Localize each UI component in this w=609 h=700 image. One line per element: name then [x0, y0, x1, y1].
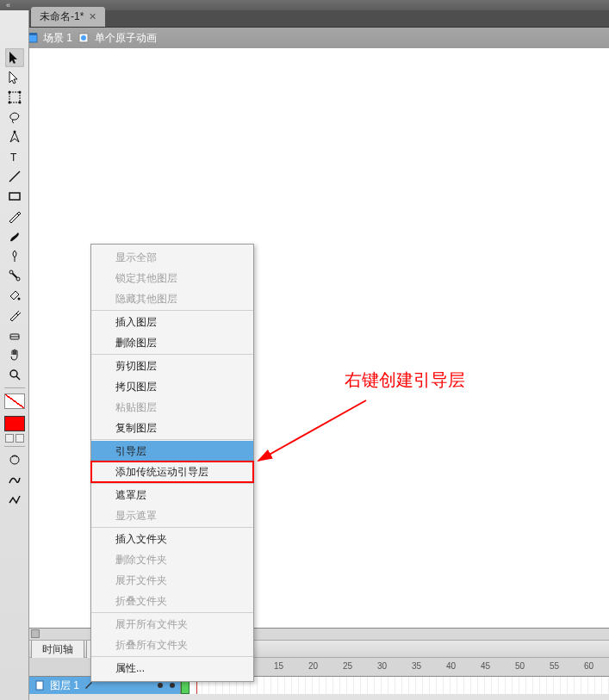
menu-item[interactable]: 剪切图层 [91, 356, 253, 376]
ruler-tick: 40 [446, 661, 456, 671]
snap-tool[interactable] [5, 450, 24, 469]
menu-item[interactable]: 插入图层 [91, 312, 253, 332]
menu-item[interactable]: 遮罩层 [91, 485, 253, 505]
menu-item[interactable]: 拷贝图层 [91, 376, 253, 397]
collapse-button[interactable]: « [0, 0, 16, 10]
menu-item: 折叠文件夹 [91, 591, 253, 611]
breadcrumb-symbol[interactable]: 单个原子动画 [95, 31, 157, 46]
svg-point-9 [13, 131, 16, 133]
symbol-icon [78, 32, 90, 44]
svg-point-6 [18, 91, 21, 94]
ruler-tick: 20 [308, 661, 318, 671]
menu-item: 隐藏其他图层 [91, 288, 253, 309]
svg-rect-12 [9, 193, 20, 200]
svg-line-20 [16, 376, 20, 380]
svg-point-5 [8, 91, 10, 94]
ruler-tick: 30 [377, 661, 387, 671]
menu-item[interactable]: 复制图层 [91, 418, 253, 438]
pen-tool[interactable] [5, 127, 24, 146]
svg-point-16 [17, 298, 20, 300]
stroke-color-swatch[interactable] [4, 393, 25, 409]
svg-point-19 [10, 370, 17, 377]
menu-item[interactable]: 引导层 [91, 441, 253, 462]
menu-item: 显示遮罩 [91, 505, 253, 526]
annotation-label: 右键创建引导层 [345, 369, 465, 392]
ruler-tick: 15 [274, 661, 283, 671]
document-tab-row: 未命名-1* ✕ [0, 10, 609, 28]
annotation-arrow [254, 392, 383, 469]
breadcrumb-scene[interactable]: 场景 1 [43, 31, 72, 46]
layer-icon [34, 680, 45, 691]
ruler-tick: 50 [515, 661, 525, 671]
menu-item: 删除文件夹 [91, 549, 253, 570]
menu-item: 展开文件夹 [91, 570, 253, 591]
selection-tool[interactable] [5, 48, 24, 67]
fill-color-swatch[interactable] [4, 416, 25, 431]
close-icon[interactable]: ✕ [89, 11, 96, 22]
svg-point-3 [81, 35, 86, 40]
menu-item[interactable]: 属性... [91, 658, 253, 678]
svg-line-15 [12, 274, 16, 278]
zoom-tool[interactable] [5, 365, 24, 384]
paint-bucket-tool[interactable] [5, 286, 24, 305]
ruler-tick: 60 [584, 661, 593, 671]
rectangle-tool[interactable] [5, 187, 24, 206]
svg-point-7 [8, 102, 10, 104]
subselection-tool[interactable] [5, 68, 24, 87]
eyedropper-tool[interactable] [5, 306, 24, 325]
deco-tool[interactable] [5, 246, 24, 265]
breadcrumb: 场景 1 单个原子动画 [0, 28, 609, 48]
free-transform-tool[interactable] [5, 88, 24, 107]
svg-point-21 [10, 455, 19, 464]
svg-point-8 [18, 102, 21, 104]
line-tool[interactable] [5, 167, 24, 186]
svg-point-14 [16, 277, 20, 281]
svg-rect-4 [9, 92, 20, 102]
ruler-tick: 45 [481, 661, 490, 671]
menu-item[interactable]: 插入文件夹 [91, 529, 253, 549]
svg-line-22 [258, 400, 366, 461]
ruler-tick: 55 [550, 661, 559, 671]
svg-line-11 [9, 171, 20, 182]
smooth-tool[interactable] [5, 470, 24, 489]
menu-item: 粘贴图层 [91, 397, 253, 418]
eraser-tool[interactable] [5, 325, 24, 344]
ruler-tick: 25 [343, 661, 352, 671]
svg-point-13 [9, 270, 13, 274]
hand-tool[interactable] [5, 345, 24, 364]
tool-panel: T [0, 10, 29, 700]
menu-item[interactable]: 删除图层 [91, 332, 253, 353]
straighten-tool[interactable] [5, 490, 24, 509]
document-tab-label: 未命名-1* [40, 9, 84, 24]
brush-tool[interactable] [5, 226, 24, 245]
menu-item: 显示全部 [91, 247, 253, 268]
bone-tool[interactable] [5, 266, 24, 285]
layer-name: 图层 1 [50, 678, 79, 693]
layer-context-menu: 显示全部锁定其他图层隐藏其他图层插入图层删除图层剪切图层拷贝图层粘贴图层复制图层… [90, 244, 254, 682]
menu-item[interactable]: 添加传统运动引导层 [91, 462, 253, 482]
text-tool[interactable]: T [5, 147, 24, 166]
swap-colors[interactable] [5, 434, 14, 443]
no-color[interactable] [16, 434, 24, 443]
menu-item: 折叠所有文件夹 [91, 635, 253, 655]
svg-rect-27 [36, 681, 43, 690]
menu-item: 锁定其他图层 [91, 268, 253, 288]
pencil-tool[interactable] [5, 207, 24, 226]
ruler-tick: 35 [412, 661, 421, 671]
document-tab[interactable]: 未命名-1* ✕ [31, 7, 105, 27]
menu-item: 展开所有文件夹 [91, 614, 253, 635]
tab-timeline[interactable]: 时间轴 [31, 639, 84, 660]
lasso-tool[interactable] [5, 108, 24, 127]
svg-text:T: T [10, 152, 17, 164]
